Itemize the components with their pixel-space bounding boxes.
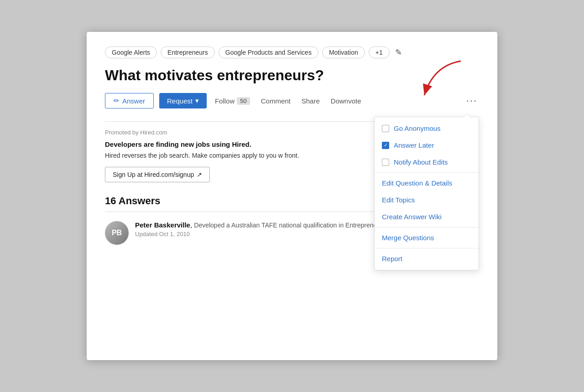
answer-later-checkbox[interactable]: ✓ — [382, 142, 389, 149]
dropdown-divider-3 — [375, 248, 479, 248]
dropdown-notify-edits[interactable]: Notify About Edits — [375, 154, 479, 170]
topic-tag-more[interactable]: +1 — [369, 46, 390, 58]
dropdown-edit-topics[interactable]: Edit Topics — [375, 191, 479, 208]
external-link-icon: ↗ — [197, 171, 202, 178]
avatar-initials: PB — [112, 229, 122, 237]
dropdown-edit-question[interactable]: Edit Question & Details — [375, 175, 479, 191]
answer-credential: Developed a Australian TAFE national qua… — [194, 222, 394, 229]
dropdown-menu: Go Anonymous ✓ Answer Later Notify About… — [374, 117, 479, 270]
author-credential-separator: , — [190, 221, 192, 229]
main-card: Google Alerts Entrepreneurs Google Produ… — [87, 32, 497, 360]
request-button[interactable]: Request ▾ — [159, 93, 207, 108]
edit-topics-icon[interactable]: ✎ — [395, 47, 402, 57]
topic-tag-google-products[interactable]: Google Products and Services — [219, 46, 318, 58]
topic-tag-entrepreneurs[interactable]: Entrepreneurs — [161, 46, 215, 58]
go-anonymous-checkbox[interactable] — [382, 125, 389, 132]
dropdown-go-anonymous[interactable]: Go Anonymous — [375, 120, 479, 137]
comment-button[interactable]: Comment — [258, 94, 293, 108]
topics-row: Google Alerts Entrepreneurs Google Produ… — [105, 46, 479, 58]
action-bar: ✏ Answer Request ▾ Follow 50 Comment Sha… — [105, 93, 479, 108]
dropdown-divider-2 — [375, 227, 479, 227]
dropdown-merge-questions[interactable]: Merge Questions — [375, 229, 479, 246]
dropdown-caret — [463, 113, 470, 117]
dropdown-arrow-icon: ▾ — [195, 97, 199, 105]
downvote-button[interactable]: Downvote — [328, 94, 364, 108]
ad-signup-button[interactable]: Sign Up at Hired.com/signup ↗ — [105, 167, 210, 182]
avatar: PB — [105, 221, 129, 245]
question-title: What motivates entrepreneurs? — [105, 67, 479, 84]
answer-button[interactable]: ✏ Answer — [105, 93, 154, 108]
dropdown-report[interactable]: Report — [375, 250, 479, 267]
share-button[interactable]: Share — [299, 94, 323, 108]
dropdown-answer-later[interactable]: ✓ Answer Later — [375, 137, 479, 154]
pencil-icon: ✏ — [114, 97, 120, 105]
more-options-button[interactable]: ··· — [464, 95, 479, 107]
follow-button[interactable]: Follow 50 — [212, 94, 253, 108]
notify-edits-checkbox[interactable] — [382, 159, 389, 166]
follow-count-badge: 50 — [237, 97, 250, 105]
dropdown-create-answer-wiki[interactable]: Create Answer Wiki — [375, 208, 479, 225]
dropdown-divider-1 — [375, 172, 479, 173]
topic-tag-google-alerts[interactable]: Google Alerts — [105, 46, 157, 58]
topic-tag-motivation[interactable]: Motivation — [322, 46, 365, 58]
